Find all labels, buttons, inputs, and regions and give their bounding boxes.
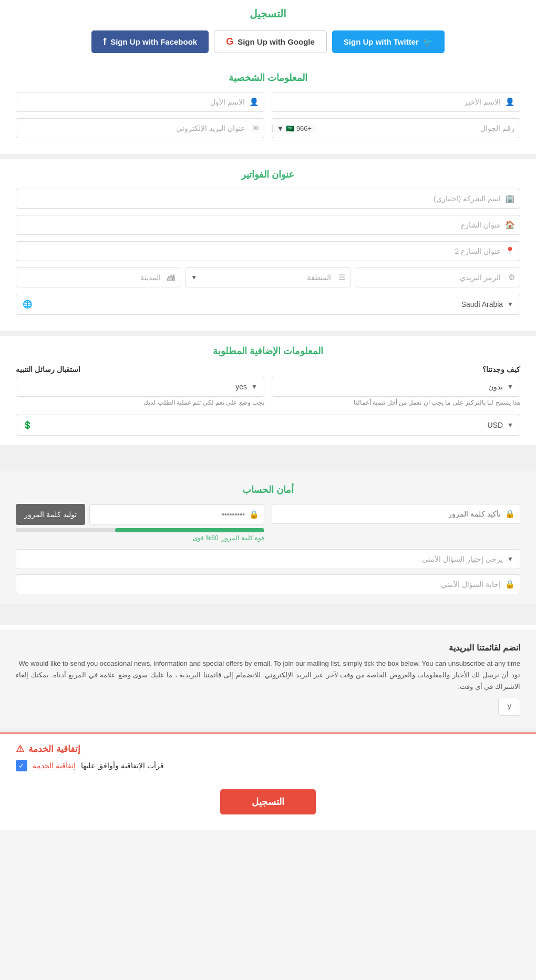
- street-input[interactable]: [16, 215, 520, 235]
- lock-icon-confirm: 🔒: [505, 509, 515, 519]
- how-found-arrow: ▼: [507, 383, 513, 390]
- security-question-dropdown[interactable]: ▼ يرجى إختيار السؤال الأمني: [16, 549, 520, 569]
- zip-icon: ⚙: [508, 273, 515, 282]
- city-input[interactable]: [16, 267, 180, 287]
- google-button-label: Sign Up with Google: [238, 37, 315, 46]
- company-row: 🏢: [16, 189, 520, 209]
- twitter-signup-button[interactable]: 🐦 Sign Up with Twitter: [332, 30, 445, 53]
- saudi-flag-icon: 🇸🇦: [286, 125, 294, 132]
- security-question-placeholder: يرجى إختيار السؤال الأمني: [23, 555, 503, 563]
- email-field: ✉: [16, 118, 264, 138]
- notification-col: ▼ yes يجب وضع على نعم لكي تتم عملية الطل…: [16, 377, 264, 407]
- notification-value: yes: [23, 383, 247, 391]
- security-question-arrow: ▼: [507, 555, 513, 563]
- street-row: 🏠: [16, 215, 520, 235]
- mailing-text-en: We would like to send you occasional new…: [16, 658, 520, 693]
- password-generate-row: 🔒 توليد كلمة المرور: [16, 504, 264, 525]
- country-arrow: ▼: [507, 301, 513, 308]
- google-icon: G: [226, 36, 233, 47]
- mailing-en-content: We would like to send you occasional new…: [18, 659, 520, 667]
- street2-field: 📍: [16, 241, 520, 261]
- tos-link[interactable]: إتفاقية الخدمة: [33, 761, 76, 770]
- street-icon: 🏠: [505, 220, 515, 230]
- personal-section: المعلومات الشخصية 👤 👤 +966 🇸🇦 ▼: [0, 63, 536, 154]
- tos-section: إتفاقية الخدمة ⚠ قرأت الإتفاقية وأوافق ع…: [0, 733, 536, 781]
- street2-icon: 📍: [505, 246, 515, 256]
- strength-bar-fill: [115, 528, 264, 532]
- strength-bar-wrapper: قوة كلمة المرور: 60% قوى: [16, 528, 264, 542]
- password-col-wrapper: 🔒 توليد كلمة المرور قوة كلمة المرور: 60%…: [16, 504, 264, 542]
- how-found-value: بدون: [279, 383, 503, 391]
- phone-flag: +966 🇸🇦 ▼: [272, 125, 316, 132]
- password-col: 🔒: [89, 504, 264, 524]
- billing-section: عنوان الفواتير 🏢 🏠 📍 ⚙: [0, 159, 536, 331]
- notification-arrow: ▼: [251, 383, 257, 390]
- region-input[interactable]: [185, 267, 350, 287]
- zip-input[interactable]: [356, 267, 520, 287]
- first-name-input[interactable]: [16, 92, 264, 112]
- tos-checkbox[interactable]: ✓: [16, 760, 27, 771]
- submit-section: التسجيل: [0, 781, 536, 830]
- name-row: 👤 👤: [16, 92, 520, 112]
- how-found-label: كيف وجدتنا؟: [482, 365, 520, 374]
- last-name-field: 👤: [272, 92, 520, 112]
- phone-input[interactable]: [316, 119, 520, 138]
- spacer-2: [0, 450, 536, 471]
- confirm-password-col: 🔒: [272, 504, 520, 524]
- required-section: المعلومات الإضافية المطلوبة كيف وجدتنا؟ …: [0, 336, 536, 445]
- how-found-dropdown[interactable]: ▼ بدون: [272, 377, 520, 397]
- email-input[interactable]: [16, 118, 264, 138]
- social-buttons-row: 🐦 Sign Up with Twitter Sign Up with Goog…: [0, 25, 536, 63]
- account-section-title: أمان الحساب: [16, 484, 520, 496]
- tos-title: إتفاقية الخدمة ⚠: [16, 743, 520, 755]
- submit-button[interactable]: التسجيل: [220, 789, 316, 814]
- person-icon: 👤: [505, 97, 515, 107]
- city-icon: 🏙: [167, 273, 175, 282]
- phone-field: +966 🇸🇦 ▼: [272, 118, 520, 138]
- notification-label: استقبال رسائل التنبيه: [16, 365, 80, 374]
- password-input[interactable]: [89, 504, 264, 524]
- required-section-title: المعلومات الإضافية المطلوبة: [16, 345, 520, 357]
- country-row[interactable]: ▼ Saudi Arabia 🌐: [16, 294, 520, 315]
- lock-icon-answer: 🔒: [505, 580, 515, 589]
- account-section: أمان الحساب 🔒 🔒 توليد كلمة المرور: [0, 471, 536, 604]
- tos-check-text: قرأت الإتفاقية وأوافق عليها: [81, 761, 164, 770]
- street2-row: 📍: [16, 241, 520, 261]
- warning-icon: ⚠: [16, 743, 24, 755]
- mailing-section: انضم لقائمتنا البريدية We would like to …: [0, 630, 536, 728]
- facebook-icon: f: [103, 36, 106, 47]
- street2-input[interactable]: [16, 241, 520, 261]
- notification-dropdown[interactable]: ▼ yes: [16, 377, 264, 397]
- mailing-no-option[interactable]: لا: [498, 698, 520, 716]
- phone-code: +966: [296, 125, 312, 132]
- currency-dropdown[interactable]: ▼ USD 💲: [16, 415, 520, 436]
- email-icon: ✉: [252, 123, 259, 133]
- spacer-4: [0, 728, 536, 733]
- country-value: Saudi Arabia: [37, 300, 503, 308]
- confirm-password-input[interactable]: [272, 504, 520, 524]
- first-name-field: 👤: [16, 92, 264, 112]
- tos-title-text: إتفاقية الخدمة: [28, 744, 80, 755]
- mailing-no-wrapper: لا: [16, 698, 520, 716]
- company-input[interactable]: [16, 189, 520, 209]
- city-field: 🏙: [16, 267, 180, 287]
- personal-section-title: المعلومات الشخصية: [16, 72, 520, 84]
- generate-password-button[interactable]: توليد كلمة المرور: [16, 504, 85, 525]
- street-field: 🏠: [16, 215, 520, 235]
- divider-1: [0, 154, 536, 159]
- twitter-icon: 🐦: [423, 37, 433, 47]
- spacer-3: [0, 604, 536, 625]
- divider-2: [0, 331, 536, 336]
- mailing-title: انضم لقائمتنا البريدية: [16, 643, 520, 653]
- currency-value: USD: [37, 421, 503, 429]
- city-region-zip-row: ⚙ ☰ ▼ 🏙: [16, 267, 520, 287]
- security-answer-input[interactable]: [16, 574, 520, 594]
- billing-section-title: عنوان الفواتير: [16, 169, 520, 180]
- two-col-labels: كيف وجدتنا؟ استقبال رسائل التنبيه: [16, 365, 520, 374]
- company-icon: 🏢: [505, 194, 515, 203]
- security-answer-field: 🔒: [16, 574, 520, 594]
- notification-howfound-row: ▼ بدون هذا يسمح لنا بالتركيز على ما يجب …: [16, 377, 520, 407]
- google-signup-button[interactable]: Sign Up with Google G: [214, 30, 327, 53]
- last-name-input[interactable]: [272, 92, 520, 112]
- facebook-signup-button[interactable]: Sign Up with Facebook f: [91, 30, 209, 53]
